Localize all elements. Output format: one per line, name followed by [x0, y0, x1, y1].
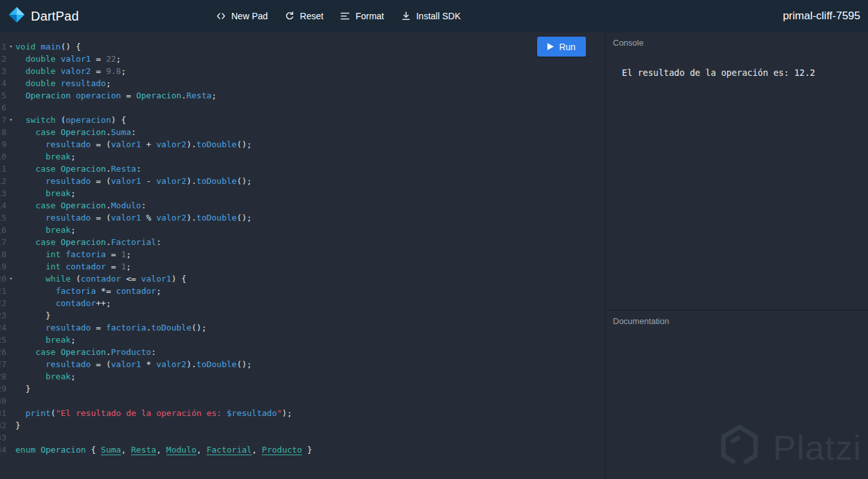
line-number: 5 [0, 89, 6, 102]
fold-arrow-icon[interactable]: ▾ [6, 273, 15, 285]
code-text: } [15, 309, 51, 321]
line-number: 10 [0, 150, 6, 163]
fold-spacer [6, 431, 15, 444]
code-text: break; [15, 187, 76, 199]
fold-spacer [6, 236, 15, 248]
code-text: case Operacion.Suma: [15, 126, 136, 138]
code-text: print("El resultado de la operación es: … [15, 407, 292, 419]
dartpad-app: DartPad New Pad Reset [0, 0, 868, 479]
line-number: 20 [0, 273, 6, 285]
fold-spacer [6, 150, 15, 163]
code-text: factoria *= contador; [15, 285, 161, 297]
fold-spacer [6, 163, 15, 175]
code-text: case Operacion.Modulo: [15, 199, 146, 212]
code-line[interactable]: 11 case Operacion.Resta: [0, 163, 312, 175]
code-line[interactable]: 18 int factoria = 1; [0, 248, 312, 260]
code-text: resultado = (valor1 % valor2).toDouble()… [15, 212, 252, 224]
code-line[interactable]: 15 resultado = (valor1 % valor2).toDoubl… [0, 212, 312, 224]
header: DartPad New Pad Reset [0, 0, 868, 32]
run-button[interactable]: Run [537, 37, 586, 57]
code-line[interactable]: 26 case Operacion.Producto: [0, 346, 312, 358]
code-line[interactable]: 21 factoria *= contador; [0, 285, 312, 297]
line-number: 3 [0, 65, 6, 77]
brand: DartPad [0, 6, 79, 26]
code-line[interactable]: 1▾void main() { [0, 41, 312, 53]
code-line[interactable]: 34enum Operacion { Suma, Resta, Modulo, … [0, 444, 312, 456]
code-line[interactable]: 9 resultado = (valor1 + valor2).toDouble… [0, 138, 312, 150]
code-text: break; [15, 150, 76, 163]
code-line[interactable]: 31 print("El resultado de la operación e… [0, 407, 312, 419]
line-number: 27 [0, 358, 6, 370]
line-number: 24 [0, 321, 6, 334]
code-line[interactable]: 5 Operacion operacion = Operacion.Resta; [0, 89, 312, 102]
code-line[interactable]: 29 } [0, 383, 312, 395]
code-line[interactable]: 22 contador++; [0, 297, 312, 309]
code-text: while (contador <= valor1) { [15, 273, 186, 285]
code-line[interactable]: 6 [0, 102, 312, 114]
code-line[interactable]: 32} [0, 419, 312, 431]
code-line[interactable]: 30 [0, 395, 312, 407]
code-text: case Operacion.Producto: [15, 346, 156, 358]
code-icon [216, 11, 226, 21]
header-nav: New Pad Reset Format [216, 0, 461, 32]
line-number: 17 [0, 236, 6, 248]
code-line[interactable]: 10 break; [0, 150, 312, 163]
code-text: } [15, 383, 30, 395]
side-panel: Console El resultado de la operación es:… [605, 32, 868, 479]
fold-spacer [6, 334, 15, 346]
code-line[interactable]: 7▾ switch (operacion) { [0, 114, 312, 126]
code-line[interactable]: 27 resultado = (valor1 * valor2).toDoubl… [0, 358, 312, 370]
nav-item-install-sdk[interactable]: Install SDK [401, 11, 461, 21]
code-line[interactable]: 19 int contador = 1; [0, 260, 312, 273]
code-line[interactable]: 33 [0, 431, 312, 444]
code-line[interactable]: 17 case Operacion.Factorial: [0, 236, 312, 248]
nav-item-reset[interactable]: Reset [285, 11, 324, 21]
line-number: 12 [0, 175, 6, 187]
code-text: break; [15, 370, 76, 383]
fold-spacer [6, 224, 15, 236]
fold-spacer [6, 65, 15, 77]
nav-item-new-pad[interactable]: New Pad [216, 11, 268, 21]
nav-label: New Pad [231, 11, 268, 21]
fold-spacer [6, 383, 15, 395]
code-line[interactable]: 4 double resultado; [0, 77, 312, 89]
code-line[interactable]: 8 case Operacion.Suma: [0, 126, 312, 138]
line-number: 16 [0, 224, 6, 236]
code-text: double resultado; [15, 77, 111, 89]
code-line[interactable]: 3 double valor2 = 9.8; [0, 65, 312, 77]
code-line[interactable]: 20▾ while (contador <= valor1) { [0, 273, 312, 285]
code-line[interactable]: 13 break; [0, 187, 312, 199]
line-number: 1 [0, 41, 6, 53]
line-number: 23 [0, 309, 6, 321]
line-number: 11 [0, 163, 6, 175]
code-line[interactable]: 24 resultado = factoria.toDouble(); [0, 321, 312, 334]
code-line[interactable]: 14 case Operacion.Modulo: [0, 199, 312, 212]
run-button-label: Run [559, 42, 576, 52]
line-number: 21 [0, 285, 6, 297]
nav-item-format[interactable]: Format [340, 11, 384, 21]
code-line[interactable]: 23 } [0, 309, 312, 321]
reset-icon [285, 11, 295, 21]
code-line[interactable]: 2 double valor1 = 22; [0, 53, 312, 65]
pad-title: primal-cliff-7595 [783, 10, 868, 23]
line-number: 33 [0, 431, 6, 444]
fold-spacer [6, 297, 15, 309]
line-number: 30 [0, 395, 6, 407]
code-line[interactable]: 28 break; [0, 370, 312, 383]
fold-spacer [6, 321, 15, 334]
fold-spacer [6, 419, 15, 431]
fold-arrow-icon[interactable]: ▾ [6, 41, 15, 53]
line-number: 28 [0, 370, 6, 383]
code-line[interactable]: 16 break; [0, 224, 312, 236]
fold-arrow-icon[interactable]: ▾ [6, 114, 15, 126]
code-line[interactable]: 25 break; [0, 334, 312, 346]
line-number: 4 [0, 77, 6, 89]
line-number: 22 [0, 297, 6, 309]
platzi-watermark-text: Platzi [773, 428, 862, 467]
documentation-section: Documentation Platzi [605, 311, 868, 478]
code-line[interactable]: 12 resultado = (valor1 - valor2).toDoubl… [0, 175, 312, 187]
line-number: 26 [0, 346, 6, 358]
code-editor[interactable]: 1▾void main() {2 double valor1 = 22;3 do… [0, 32, 605, 479]
line-number: 31 [0, 407, 6, 419]
code-text: resultado = (valor1 + valor2).toDouble()… [15, 138, 252, 150]
